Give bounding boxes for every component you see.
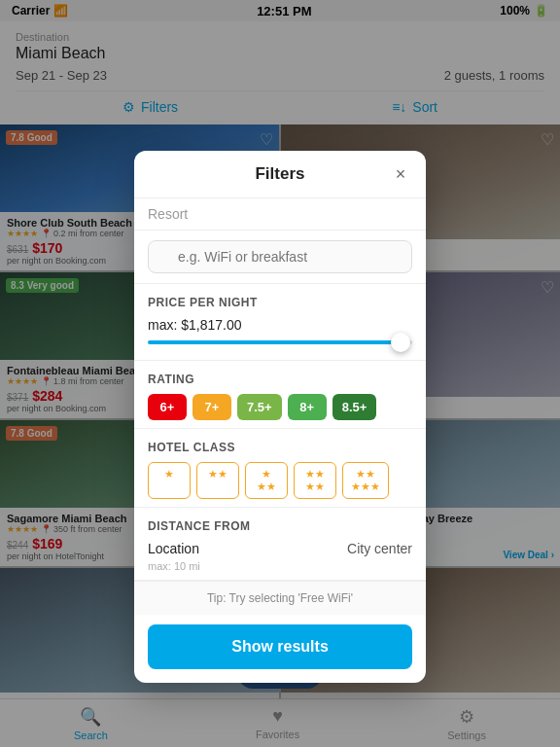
rating-buttons: 6+ 7+ 7.5+ 8+ 8.5+ <box>148 394 412 420</box>
price-slider-track[interactable] <box>148 340 412 344</box>
distance-title: DISTANCE FROM <box>148 519 412 533</box>
hotel-class-5star[interactable]: ★★★★★ <box>342 462 389 499</box>
price-section: PRICE PER NIGHT max: $1,817.00 <box>134 284 426 361</box>
location-label: Location <box>148 541 199 556</box>
resort-field: Resort <box>134 198 426 231</box>
modal-title: Filters <box>255 164 304 184</box>
rating-btn-8[interactable]: 8+ <box>288 394 327 420</box>
distance-row: Location City center <box>148 541 412 556</box>
distance-section: DISTANCE FROM Location City center max: … <box>134 508 426 581</box>
price-max-label: max: $1,817.00 <box>148 317 412 333</box>
modal-close-button[interactable]: × <box>389 162 412 186</box>
resort-placeholder: Resort <box>148 206 188 222</box>
modal-body: Resort 🔍 PRICE PER NIGHT max: $1,817.00 … <box>134 198 426 581</box>
hotel-class-3star[interactable]: ★★★ <box>245 462 288 499</box>
modal-header: Filters × <box>134 151 426 198</box>
hotel-class-section: HOTEL CLASS ★ ★★ ★★★ ★★★★ ★★★★★ <box>134 429 426 508</box>
search-wrapper: 🔍 <box>148 240 412 273</box>
show-results-button[interactable]: Show results <box>148 624 412 669</box>
distance-range-hint: max: 10 mi <box>148 560 412 572</box>
hotel-class-title: HOTEL CLASS <box>148 441 412 454</box>
rating-section: RATING 6+ 7+ 7.5+ 8+ 8.5+ <box>134 361 426 429</box>
price-section-title: PRICE PER NIGHT <box>148 296 412 309</box>
modal-search-section: 🔍 <box>134 231 426 284</box>
rating-btn-6[interactable]: 6+ <box>148 394 187 420</box>
rating-section-title: RATING <box>148 373 412 386</box>
filters-modal: Filters × Resort 🔍 PRICE PER NIGHT max: … <box>134 151 426 683</box>
modal-tip: Tip: Try selecting 'Free WiFi' <box>134 581 426 615</box>
price-slider-thumb[interactable] <box>391 333 410 352</box>
hotel-class-1star[interactable]: ★ <box>148 462 191 499</box>
city-center-label: City center <box>347 541 412 556</box>
hotel-class-buttons: ★ ★★ ★★★ ★★★★ ★★★★★ <box>148 462 412 499</box>
rating-btn-85[interactable]: 8.5+ <box>332 394 377 420</box>
amenity-search-input[interactable] <box>148 240 412 273</box>
rating-btn-7[interactable]: 7+ <box>192 394 231 420</box>
rating-btn-75[interactable]: 7.5+ <box>237 394 282 420</box>
hotel-class-4star[interactable]: ★★★★ <box>294 462 336 499</box>
hotel-class-2star[interactable]: ★★ <box>196 462 239 499</box>
